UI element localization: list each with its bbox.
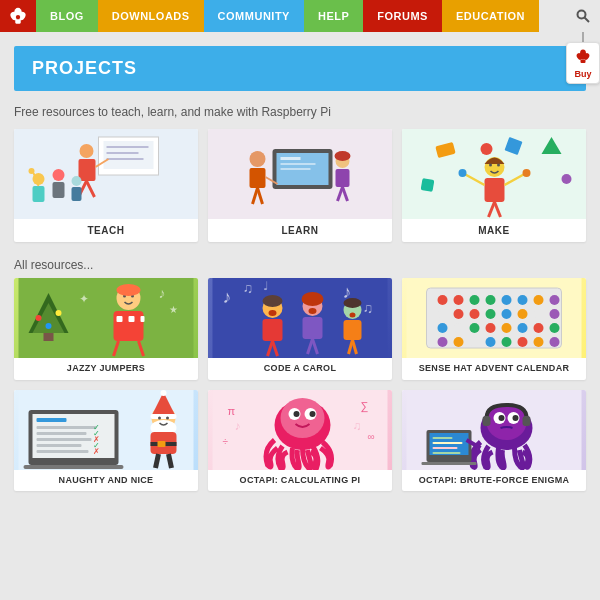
svg-point-116 <box>454 309 464 319</box>
buy-container: Buy <box>566 32 600 84</box>
svg-point-110 <box>486 295 496 305</box>
nav-item-help[interactable]: HELP <box>304 0 363 32</box>
category-card-learn[interactable]: LEARN <box>208 129 392 242</box>
svg-rect-36 <box>250 168 266 188</box>
svg-point-59 <box>489 164 492 167</box>
svg-point-119 <box>502 309 512 319</box>
svg-point-133 <box>470 337 480 347</box>
svg-point-24 <box>53 169 65 181</box>
svg-rect-145 <box>37 432 87 435</box>
navigation: BLOG DOWNLOADS COMMUNITY HELP FORUMS EDU… <box>0 0 600 32</box>
svg-rect-193 <box>433 447 458 449</box>
svg-text:♪: ♪ <box>159 285 166 301</box>
svg-point-125 <box>470 323 480 333</box>
svg-point-121 <box>534 309 544 319</box>
category-card-teach[interactable]: TEACH <box>14 129 198 242</box>
octapi-brute-label: OCTAPI: BRUTE-FORCE ENIGMA <box>402 470 586 492</box>
svg-point-123 <box>438 323 448 333</box>
svg-rect-142 <box>24 465 124 469</box>
svg-point-138 <box>550 337 560 347</box>
make-label: MAKE <box>402 219 586 242</box>
svg-rect-161 <box>158 441 166 447</box>
svg-point-127 <box>502 323 512 333</box>
nav-logo[interactable] <box>0 0 36 32</box>
sense-hat-label: SENSE HAT ADVENT CALENDAR <box>402 358 586 380</box>
svg-point-35 <box>250 151 266 167</box>
resource-octapi-brute[interactable]: OCTAPI: BRUTE-FORCE ENIGMA <box>402 390 586 492</box>
svg-rect-191 <box>433 437 453 439</box>
svg-point-172 <box>310 411 316 417</box>
svg-point-42 <box>335 151 351 161</box>
resource-naughty-nice[interactable]: ✓ ✓ ✗ ✓ ✗ <box>14 390 198 492</box>
svg-rect-47 <box>505 137 523 155</box>
svg-point-26 <box>72 176 82 186</box>
svg-rect-187 <box>523 416 531 426</box>
svg-rect-70 <box>117 316 123 322</box>
svg-text:✗: ✗ <box>93 447 100 456</box>
svg-text:÷: ÷ <box>223 436 229 447</box>
teach-label: TEACH <box>14 219 198 242</box>
svg-marker-48 <box>542 137 562 154</box>
svg-text:∞: ∞ <box>368 431 375 442</box>
resource-code-a-carol[interactable]: ♪ ♫ ♪ ♫ ♩ <box>208 278 392 380</box>
svg-point-171 <box>294 411 300 417</box>
svg-point-65 <box>36 315 42 321</box>
svg-rect-71 <box>129 316 135 322</box>
svg-point-58 <box>523 169 531 177</box>
code-a-carol-label: CODE A CAROL <box>208 358 392 380</box>
svg-point-120 <box>518 309 528 319</box>
svg-point-113 <box>534 295 544 305</box>
nav-item-blog[interactable]: BLOG <box>36 0 98 32</box>
svg-point-67 <box>46 323 52 329</box>
svg-rect-192 <box>433 442 463 444</box>
svg-point-115 <box>438 309 448 319</box>
search-button[interactable] <box>566 0 600 32</box>
svg-point-112 <box>518 295 528 305</box>
category-card-make[interactable]: MAKE <box>402 129 586 242</box>
octapi-brute-image <box>402 390 586 470</box>
svg-rect-147 <box>37 444 82 447</box>
svg-rect-194 <box>433 452 461 454</box>
svg-point-109 <box>470 295 480 305</box>
svg-rect-25 <box>53 182 65 198</box>
svg-line-163 <box>169 454 172 468</box>
svg-point-89 <box>263 295 283 307</box>
svg-point-5 <box>578 11 586 19</box>
teach-image <box>14 129 198 219</box>
resource-sense-hat[interactable]: SENSE HAT ADVENT CALENDAR <box>402 278 586 380</box>
svg-point-57 <box>459 169 467 177</box>
svg-rect-98 <box>344 320 362 340</box>
buy-badge[interactable]: Buy <box>566 42 600 84</box>
nav-item-downloads[interactable]: DOWNLOADS <box>98 0 204 32</box>
svg-point-124 <box>454 323 464 333</box>
nav-item-forums[interactable]: FORUMS <box>363 0 442 32</box>
svg-point-134 <box>486 337 496 347</box>
sense-hat-image <box>402 278 586 358</box>
nav-item-community[interactable]: COMMUNITY <box>204 0 304 32</box>
svg-point-184 <box>499 415 505 421</box>
svg-rect-190 <box>422 462 477 465</box>
resource-jazzy-jumpers[interactable]: ♪ ★ ✦ JAZZY JUMPERS <box>14 278 198 380</box>
svg-rect-186 <box>483 416 491 426</box>
svg-rect-32 <box>281 157 301 160</box>
resource-octapi-pi[interactable]: π ∑ ∞ ÷ ♪ ♫ OCTAPI: CALCULATING PI <box>208 390 392 492</box>
svg-point-108 <box>454 295 464 305</box>
svg-point-10 <box>581 56 585 60</box>
buy-pin <box>582 32 584 42</box>
svg-point-94 <box>302 292 324 306</box>
svg-rect-88 <box>263 319 283 341</box>
svg-rect-143 <box>37 418 67 422</box>
svg-point-46 <box>481 143 493 155</box>
learn-image <box>208 129 392 219</box>
svg-point-60 <box>497 164 500 167</box>
svg-rect-148 <box>37 450 89 453</box>
svg-point-104 <box>350 313 356 318</box>
nav-item-education[interactable]: EDUCATION <box>442 0 539 32</box>
naughty-nice-label: NAUGHTY AND NICE <box>14 470 198 492</box>
svg-line-55 <box>465 174 485 185</box>
svg-point-66 <box>56 310 62 316</box>
svg-point-136 <box>518 337 528 347</box>
svg-point-130 <box>550 323 560 333</box>
svg-point-164 <box>158 416 161 419</box>
all-resources-link[interactable]: All resources... <box>0 248 600 278</box>
